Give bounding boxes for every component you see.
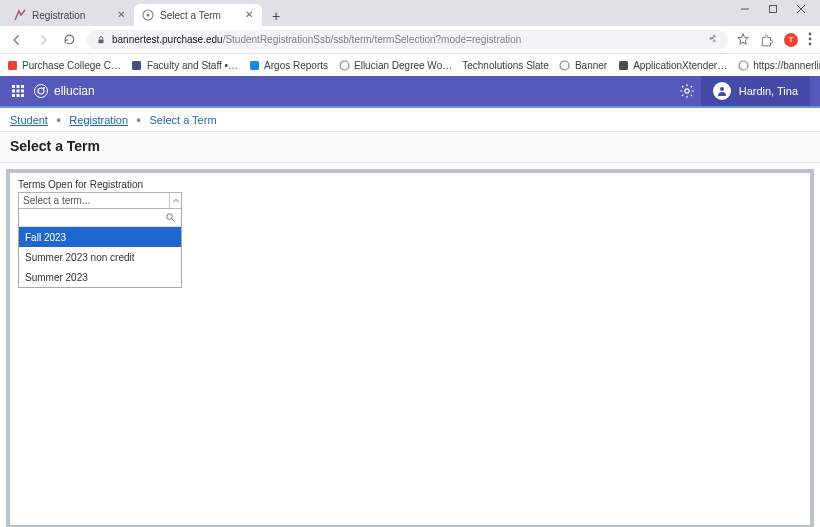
term-dropdown: Fall 2023 Summer 2023 non credit Summer … (18, 209, 182, 288)
brand-name: ellucian (54, 84, 95, 98)
svg-rect-23 (12, 90, 15, 93)
term-option[interactable]: Summer 2023 (19, 267, 181, 287)
bookmark-item[interactable]: https://bannerlinks… (737, 59, 820, 71)
bookmark-item[interactable]: Banner (559, 59, 607, 71)
svg-rect-22 (21, 85, 24, 88)
svg-rect-26 (12, 94, 15, 97)
bookmark-label: Faculty and Staff •… (147, 60, 238, 71)
browser-tab[interactable]: Registration ✕ (6, 4, 134, 26)
url-text: bannertest.purchase.edu/StudentRegistrat… (112, 34, 701, 45)
svg-point-31 (685, 89, 689, 93)
menu-kebab-icon[interactable] (808, 32, 812, 48)
svg-point-9 (713, 40, 715, 42)
page-title: Select a Term (0, 132, 820, 163)
settings-button[interactable] (673, 76, 701, 106)
bookmark-item[interactable]: ApplicationXtender… (617, 59, 727, 71)
breadcrumb-link[interactable]: Registration (69, 114, 128, 126)
brand-logo-icon (34, 84, 48, 98)
profile-avatar[interactable]: T (784, 33, 798, 47)
tab-favicon-icon (142, 9, 154, 21)
bookmark-favicon-icon (6, 59, 18, 71)
svg-rect-21 (17, 85, 20, 88)
bookmark-label: Technolutions Slate (462, 60, 549, 71)
breadcrumb-link[interactable]: Student (10, 114, 48, 126)
bookmark-favicon-icon (737, 59, 749, 71)
bookmark-label: Ellucian Degree Wo… (354, 60, 452, 71)
svg-point-10 (809, 32, 812, 35)
bookmark-label: Argos Reports (264, 60, 328, 71)
svg-rect-24 (17, 90, 20, 93)
tab-favicon-icon (14, 9, 26, 21)
new-tab-button[interactable]: + (266, 6, 286, 26)
tab-title: Registration (32, 10, 110, 21)
svg-point-30 (43, 87, 45, 89)
user-avatar-icon (713, 82, 731, 100)
svg-point-32 (720, 87, 724, 91)
reload-button[interactable] (60, 31, 78, 49)
svg-rect-18 (619, 61, 628, 70)
toolbar-right: T (736, 32, 812, 48)
bookmark-label: Purchase College C… (22, 60, 121, 71)
back-button[interactable] (8, 31, 26, 49)
svg-line-34 (172, 219, 175, 222)
content-area: Terms Open for Registration Select a ter… (0, 163, 820, 527)
bookmark-label: Banner (575, 60, 607, 71)
browser-tab[interactable]: Select a Term ✕ (134, 4, 262, 26)
bookmark-item[interactable]: Ellucian Degree Wo… (338, 59, 452, 71)
term-select-value: Select a term... (23, 195, 90, 206)
breadcrumb: Student ● Registration ● Select a Term (0, 108, 820, 132)
user-menu[interactable]: Hardin, Tina (701, 76, 810, 106)
share-icon[interactable] (707, 33, 718, 46)
extensions-icon[interactable] (760, 33, 774, 47)
svg-rect-28 (21, 94, 24, 97)
window-minimize[interactable] (740, 4, 750, 14)
bookmark-favicon-icon (131, 59, 143, 71)
svg-point-7 (713, 35, 715, 37)
term-field-label: Terms Open for Registration (18, 179, 802, 190)
apps-grid-icon[interactable] (10, 83, 26, 99)
term-search-input[interactable] (23, 212, 177, 223)
svg-point-33 (167, 214, 173, 220)
window-close[interactable] (796, 4, 806, 14)
address-bar[interactable]: bannertest.purchase.edu/StudentRegistrat… (86, 30, 728, 50)
breadcrumb-current: Select a Term (150, 114, 217, 126)
svg-rect-13 (8, 61, 17, 70)
term-option[interactable]: Fall 2023 (19, 227, 181, 247)
svg-point-17 (560, 61, 569, 70)
bookmark-label: ApplicationXtender… (633, 60, 727, 71)
svg-rect-15 (250, 61, 259, 70)
bookmark-favicon-icon (338, 59, 350, 71)
tab-title: Select a Term (160, 10, 238, 21)
content-card: Terms Open for Registration Select a ter… (6, 169, 814, 527)
svg-point-8 (710, 38, 712, 40)
bookmark-item[interactable]: Faculty and Staff •… (131, 59, 238, 71)
forward-button[interactable] (34, 31, 52, 49)
svg-rect-1 (770, 6, 777, 13)
search-icon[interactable] (165, 212, 177, 224)
svg-point-12 (809, 42, 812, 45)
bookmark-item[interactable]: Purchase College C… (6, 59, 121, 71)
bookmark-item[interactable]: Argos Reports (248, 59, 328, 71)
breadcrumb-sep: ● (56, 115, 61, 125)
tab-close-icon[interactable]: ✕ (116, 10, 126, 20)
svg-rect-25 (21, 90, 24, 93)
svg-point-29 (38, 88, 44, 94)
tab-close-icon[interactable]: ✕ (244, 10, 254, 20)
term-option[interactable]: Summer 2023 non credit (19, 247, 181, 267)
brand[interactable]: ellucian (34, 84, 95, 98)
bookmark-favicon-icon (559, 59, 571, 71)
svg-point-11 (809, 37, 812, 40)
bookmarks-bar: Purchase College C… Faculty and Staff •…… (0, 54, 820, 76)
window-controls (740, 0, 820, 12)
svg-rect-27 (17, 94, 20, 97)
bookmark-label: https://bannerlinks… (753, 60, 820, 71)
bookmark-star-icon[interactable] (736, 32, 750, 48)
term-select[interactable]: Select a term... (18, 192, 182, 209)
svg-rect-6 (99, 39, 104, 43)
chevron-down-icon[interactable] (169, 193, 181, 208)
bookmark-item[interactable]: Technolutions Slate (462, 60, 549, 71)
window-maximize[interactable] (768, 4, 778, 14)
breadcrumb-sep: ● (136, 115, 141, 125)
svg-point-5 (146, 13, 149, 16)
bookmark-favicon-icon (617, 59, 629, 71)
